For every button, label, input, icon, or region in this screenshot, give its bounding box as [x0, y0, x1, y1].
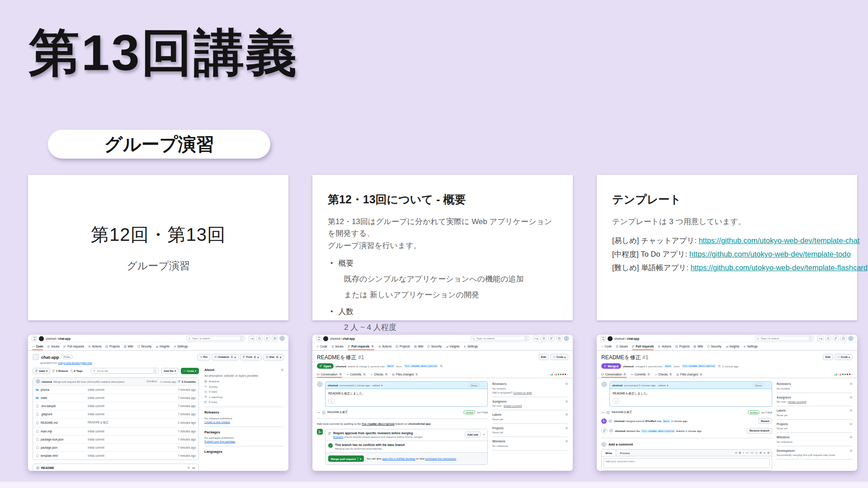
fork-button[interactable]: Fork0▾ — [240, 354, 262, 361]
releases-heading[interactable]: Releases — [204, 410, 284, 414]
kebab-menu-icon[interactable]: ··· — [765, 384, 769, 387]
stars-link[interactable]: 0 stars — [204, 390, 284, 393]
file-row[interactable]: .env.sampleInitial commit7 minutes ago — [33, 402, 198, 410]
gear-icon[interactable] — [849, 449, 853, 452]
template-flashcard-link[interactable]: https://github.com/utokyo-web-dev/templa… — [690, 263, 868, 272]
commit-hash[interactable]: beff9b0 — [761, 411, 772, 414]
commit-author[interactable]: chvmvd — [42, 380, 52, 383]
github-logo-icon[interactable] — [323, 336, 328, 341]
inbox-icon-button[interactable] — [272, 336, 278, 341]
tasklist-icon[interactable]: ⊞ — [767, 451, 769, 454]
tab-pull-requests[interactable]: Pull requests — [63, 343, 84, 350]
gear-icon[interactable] — [565, 382, 568, 385]
italic-icon[interactable]: I — [743, 451, 744, 454]
comment-input[interactable] — [604, 458, 770, 468]
add-file-button[interactable]: Add file▾ — [161, 368, 179, 374]
watching-link[interactable]: 1 watching — [204, 395, 284, 399]
tab-pull-requests[interactable]: Pull requests1 — [348, 343, 374, 350]
tab-projects[interactable]: Projects — [675, 343, 690, 350]
star-button[interactable]: Star0▾ — [263, 354, 284, 361]
code-button[interactable]: Code▾ — [835, 354, 853, 360]
convert-to-draft-link[interactable]: Convert to draft — [513, 391, 532, 394]
commit-hash[interactable]: beff9b0 — [477, 411, 488, 414]
hamburger-icon[interactable] — [600, 336, 606, 341]
pull-requests-icon-button[interactable] — [548, 336, 555, 341]
emoji-reaction-button[interactable]: ☺ — [613, 399, 619, 404]
gear-icon[interactable] — [281, 368, 284, 371]
user-avatar[interactable] — [279, 336, 285, 341]
pull-requests-icon-button[interactable] — [833, 336, 839, 341]
rulesets-link[interactable]: Rulesets — [333, 436, 344, 438]
heading-icon[interactable]: H — [735, 451, 737, 454]
create-new-button[interactable]: +▾ — [249, 336, 255, 341]
tab-security[interactable]: Security — [427, 343, 442, 350]
breadcrumb[interactable]: chvmvd / chat-app — [614, 337, 639, 340]
bold-icon[interactable]: B — [739, 451, 741, 454]
tab-code[interactable]: Code — [316, 343, 327, 350]
pin-button[interactable]: Pin — [197, 354, 210, 361]
unwatch-button[interactable]: Unwatch1▾ — [212, 354, 239, 361]
tab-insights[interactable]: Insights — [156, 343, 170, 350]
tab-issues[interactable]: Issues — [47, 343, 59, 350]
cli-instructions-link[interactable]: command line instructions — [425, 457, 456, 460]
base-branch-chip[interactable]: main — [662, 419, 670, 423]
tab-conversation[interactable]: Conversation0 — [601, 371, 627, 378]
user-avatar[interactable] — [848, 336, 854, 341]
packages-heading[interactable]: Packages — [204, 430, 284, 434]
gear-icon[interactable] — [565, 413, 568, 416]
write-tab[interactable]: Write — [602, 450, 616, 456]
tab-issues[interactable]: Issues — [616, 343, 628, 350]
global-search[interactable]: / — [471, 336, 529, 341]
tag-count[interactable]: 0 Tags — [71, 369, 83, 372]
tab-security[interactable]: Security — [137, 343, 152, 350]
readme-link[interactable]: Readme — [204, 380, 284, 383]
kebab-menu-icon[interactable]: ··· — [481, 384, 485, 387]
numbered-list-icon[interactable]: ≣ — [760, 451, 762, 454]
restore-branch-button[interactable]: Restore branch — [747, 428, 772, 434]
tab-projects[interactable]: Projects — [105, 343, 120, 350]
create-release-link[interactable]: Create a new release — [204, 421, 284, 423]
go-to-file-input[interactable] — [96, 369, 152, 373]
gear-icon[interactable] — [565, 427, 568, 430]
copy-icon[interactable] — [440, 365, 443, 367]
github-logo-icon[interactable] — [39, 336, 44, 341]
base-branch-chip[interactable]: main — [664, 364, 672, 368]
repo-name[interactable]: chat-app — [41, 355, 59, 360]
tab-wiki[interactable]: Wiki — [693, 343, 703, 350]
merge-pull-request-button[interactable]: Merge pull request▾ — [328, 455, 364, 462]
code-button[interactable]: Code▾ — [550, 354, 568, 360]
pull-requests-icon-button[interactable] — [264, 336, 270, 341]
revert-button[interactable]: Revert — [758, 418, 772, 424]
issues-icon-button[interactable] — [825, 336, 831, 341]
global-search[interactable]: / — [186, 336, 245, 341]
link-icon[interactable]: ∞ — [755, 451, 757, 454]
tab-actions[interactable]: Actions — [658, 343, 671, 350]
github-logo-icon[interactable] — [608, 336, 613, 341]
file-row[interactable]: main.mjsInitial commit7 minutes ago — [33, 427, 198, 435]
base-branch-chip[interactable]: main — [387, 364, 395, 368]
comment-avatar[interactable] — [601, 381, 607, 387]
edit-button[interactable]: Edit — [538, 354, 549, 360]
head-branch-chip[interactable]: fix-readme-description — [404, 364, 438, 368]
file-row[interactable]: package-lock.jsonInitial commit7 minutes… — [33, 435, 198, 443]
tab-code[interactable]: Code — [32, 343, 43, 350]
edit-button[interactable]: Edit — [823, 354, 833, 360]
tab-checks[interactable]: Checks0 — [655, 371, 673, 378]
outline-icon[interactable]: ≔ — [192, 466, 195, 470]
bullet-list-icon[interactable]: ≡ — [764, 451, 765, 454]
tab-files-changed[interactable]: Files changed1 — [392, 371, 418, 378]
template-source-link[interactable]: utokyo-web-dev/template-chat — [58, 361, 92, 364]
file-row[interactable]: prismaInitial commit7 minutes ago — [33, 385, 198, 394]
tab-settings[interactable]: Settings — [743, 343, 758, 350]
publish-package-link[interactable]: Publish your first package — [204, 440, 284, 443]
tab-security[interactable]: Security — [707, 343, 722, 350]
tab-code[interactable]: Code — [601, 343, 612, 350]
inbox-icon-button[interactable] — [556, 336, 562, 341]
quote-icon[interactable]: ≔ — [746, 451, 749, 454]
gear-icon[interactable] — [565, 440, 568, 443]
search-input[interactable] — [760, 337, 808, 340]
close-icon[interactable]: × — [483, 433, 485, 436]
github-desktop-link[interactable]: open this in GitHub Desktop — [382, 457, 415, 460]
search-input[interactable] — [191, 337, 239, 340]
commit-title[interactable]: READMEを修正 — [612, 410, 632, 414]
